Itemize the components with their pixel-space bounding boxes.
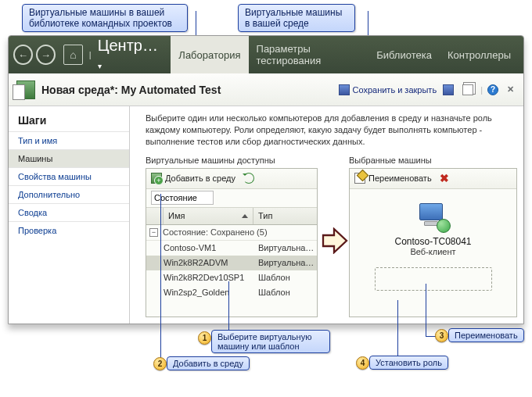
callout-line bbox=[426, 284, 426, 337]
home-button[interactable]: ⌂ bbox=[63, 45, 83, 65]
breadcrumb[interactable]: Центр… ▾ bbox=[98, 37, 164, 73]
rename-icon bbox=[354, 173, 365, 184]
save-button[interactable] bbox=[443, 84, 456, 95]
group-row[interactable]: − Состояние: Сохранено (5) bbox=[146, 225, 317, 241]
tab-lab[interactable]: Лаборатория bbox=[171, 36, 248, 73]
step-item[interactable]: Дополнительно bbox=[9, 185, 129, 203]
column-type[interactable]: Тип bbox=[253, 208, 317, 224]
grid-header: Имя Тип bbox=[146, 208, 317, 225]
steps-heading: Шаги bbox=[9, 109, 129, 131]
callout-line bbox=[397, 300, 398, 363]
main-panel: Выберите один или несколько компьютеров … bbox=[130, 106, 523, 324]
available-title: Виртуальные машины доступны bbox=[146, 156, 318, 165]
selected-title: Выбранные машины bbox=[349, 156, 517, 165]
callout-step4: Установить роль bbox=[369, 356, 448, 370]
step-item[interactable]: Проверка bbox=[9, 221, 129, 239]
callout-step3: Переименовать bbox=[448, 328, 524, 342]
disk-icon bbox=[443, 84, 454, 95]
step-item[interactable]: Сводка bbox=[9, 203, 129, 221]
selected-machine-name[interactable]: Contoso-TC08041 bbox=[394, 236, 471, 247]
header-toolbar: Новая среда*: My Automated Test Сохранит… bbox=[9, 73, 523, 106]
table-row[interactable]: Win2k8R2Dev10SP1Шаблон bbox=[146, 270, 317, 285]
table-row[interactable]: Win2sp2_GoldenШаблон bbox=[146, 285, 317, 300]
delete-button[interactable]: ✖ bbox=[440, 172, 449, 184]
app-window: ← → ⌂ | Центр… ▾ Лаборатория Параметры т… bbox=[8, 35, 524, 324]
selected-machine-role[interactable]: Веб-клиент bbox=[410, 247, 455, 256]
sort-asc-icon bbox=[242, 214, 248, 218]
add-icon bbox=[151, 173, 162, 184]
copy-icon bbox=[462, 84, 473, 95]
refresh-icon bbox=[243, 173, 254, 184]
save-and-close-button[interactable]: Сохранить и закрыть bbox=[339, 84, 437, 95]
refresh-button[interactable] bbox=[243, 173, 254, 184]
rename-button[interactable]: Переименовать bbox=[354, 173, 432, 184]
tab-library[interactable]: Библиотека bbox=[368, 36, 440, 73]
tab-controllers[interactable]: Контроллеры bbox=[440, 36, 519, 73]
save-icon bbox=[339, 84, 350, 95]
step-badge-1: 1 bbox=[198, 331, 211, 345]
add-to-environment-button[interactable]: Добавить в среду bbox=[151, 173, 235, 184]
table-row[interactable]: Contoso-VM1Виртуальная ма… bbox=[146, 241, 317, 256]
title-bar: ← → ⌂ | Центр… ▾ Лаборатория Параметры т… bbox=[9, 36, 523, 73]
nav-tabs: Лаборатория Параметры тестирования Библи… bbox=[171, 36, 519, 73]
callout-library: Виртуальные машины в вашей библиотеке ко… bbox=[22, 4, 188, 32]
step-item[interactable]: Тип и имя bbox=[9, 131, 129, 149]
available-panel: Добавить в среду Имя Тип − bbox=[146, 168, 318, 317]
step-badge-3: 3 bbox=[435, 329, 448, 342]
collapse-icon[interactable]: − bbox=[149, 228, 158, 237]
close-button[interactable]: ✕ bbox=[505, 84, 516, 95]
help-button[interactable]: ? bbox=[487, 84, 498, 95]
table-row[interactable]: Win2k8R2ADVMВиртуальная ма… bbox=[146, 256, 317, 270]
callout-step2: Добавить в среду bbox=[167, 356, 250, 370]
environment-icon bbox=[16, 80, 35, 99]
grid-rows: Contoso-VM1Виртуальная ма…Win2k8R2ADVMВи… bbox=[146, 241, 317, 300]
callout-environment: Виртуальные машины в вашей среде bbox=[238, 4, 355, 32]
column-name[interactable]: Имя bbox=[164, 208, 253, 224]
instructions: Выберите один или несколько компьютеров … bbox=[146, 113, 517, 148]
selected-machines-col: Выбранные машины Переименовать ✖ Contoso… bbox=[349, 156, 517, 317]
forward-button[interactable]: → bbox=[36, 45, 56, 65]
step-item[interactable]: Свойства машины bbox=[9, 167, 129, 185]
callout-step1: Выберите виртуальную машину или шаблон bbox=[211, 330, 330, 353]
available-machines-col: Виртуальные машины доступны Добавить в с… bbox=[146, 156, 318, 317]
copy-button[interactable] bbox=[462, 84, 476, 95]
step-item[interactable]: Машины bbox=[9, 149, 129, 167]
separator: | bbox=[89, 50, 92, 59]
steps-sidebar: Шаги Тип и имяМашиныСвойства машиныДопол… bbox=[9, 106, 130, 324]
step-badge-4: 4 bbox=[356, 356, 369, 370]
selected-panel: Переименовать ✖ Contoso-TC08041 Веб-клие… bbox=[349, 168, 517, 317]
separator: | bbox=[480, 85, 483, 95]
callout-line bbox=[228, 281, 229, 336]
page-title: Новая среда*: My Automated Test bbox=[41, 84, 221, 96]
tab-test-settings[interactable]: Параметры тестирования bbox=[249, 36, 369, 73]
filter-row bbox=[146, 189, 317, 208]
computer-icon[interactable] bbox=[416, 202, 451, 233]
back-button[interactable]: ← bbox=[13, 45, 33, 65]
drop-target[interactable] bbox=[375, 267, 492, 291]
step-badge-2: 2 bbox=[153, 357, 167, 370]
transfer-arrow-icon bbox=[322, 227, 348, 254]
callout-line bbox=[160, 194, 161, 363]
